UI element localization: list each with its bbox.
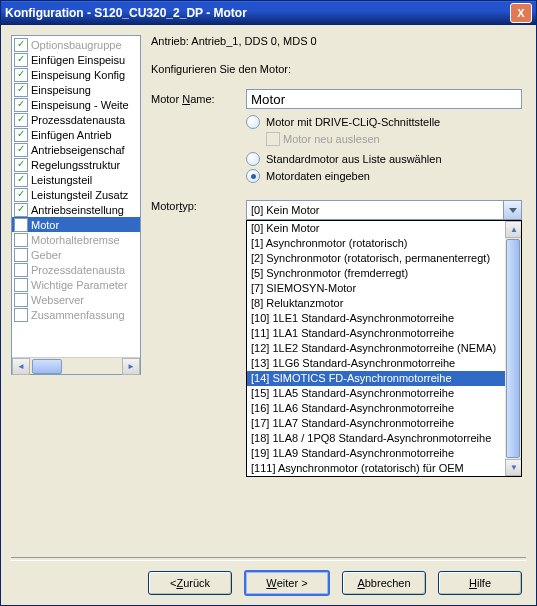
radio-motordaten-label: Motordaten eingeben — [266, 170, 370, 182]
tree-item-label: Wichtige Parameter — [31, 279, 128, 291]
close-button[interactable]: X — [510, 3, 532, 23]
tree-checkbox[interactable]: ✓ — [14, 128, 28, 142]
tree-checkbox[interactable]: ✓ — [14, 143, 28, 157]
configure-label: Konfigurieren Sie den Motor: — [151, 63, 522, 75]
tree-item[interactable]: ✓Regelungsstruktur — [12, 157, 140, 172]
dropdown-item[interactable]: [11] 1LA1 Standard-Asynchronmotorreihe — [247, 326, 505, 341]
tree-item-label: Prozessdatenausta — [31, 114, 125, 126]
tree-item-label: Einfügen Antrieb — [31, 129, 112, 141]
dropdown-item[interactable]: [16] 1LA6 Standard-Asynchronmotorreihe — [247, 401, 505, 416]
dropdown-item[interactable]: [5] Synchronmotor (fremderregt) — [247, 266, 505, 281]
motor-name-input[interactable] — [246, 89, 522, 109]
step-tree: ✓Optionsbaugruppe✓Einfügen Einspeisu✓Ein… — [11, 35, 141, 375]
tree-item[interactable]: ✓Prozessdatenausta — [12, 112, 140, 127]
tree-item[interactable]: ✓Leistungsteil Zusatz — [12, 187, 140, 202]
dropdown-scroll-thumb[interactable] — [506, 239, 520, 458]
scroll-down-button[interactable]: ▼ — [505, 459, 522, 476]
radio-motordaten[interactable] — [246, 169, 260, 183]
tree-item[interactable]: ✓Einspeisung - Weite — [12, 97, 140, 112]
tree-item[interactable]: Motor — [12, 217, 140, 232]
motortyp-combobox[interactable]: [0] Kein Motor — [246, 200, 522, 220]
motor-source-options: Motor mit DRIVE-CLiQ-Schnittstelle Motor… — [246, 115, 522, 186]
radio-motordaten-row[interactable]: Motordaten eingeben — [246, 169, 522, 183]
dropdown-item[interactable]: [7] SIEMOSYN-Motor — [247, 281, 505, 296]
tree-checkbox[interactable]: ✓ — [14, 83, 28, 97]
tree-item[interactable]: Wichtige Parameter — [12, 277, 140, 292]
tree-item-label: Einspeisung - Weite — [31, 99, 129, 111]
next-button[interactable]: Weiter > — [244, 570, 330, 596]
chevron-down-icon — [509, 208, 517, 213]
motortyp-label: Motortyp: — [151, 200, 246, 212]
radio-standard[interactable] — [246, 152, 260, 166]
tree-checkbox[interactable]: ✓ — [14, 113, 28, 127]
step-tree-list[interactable]: ✓Optionsbaugruppe✓Einfügen Einspeisu✓Ein… — [12, 36, 140, 357]
tree-checkbox[interactable] — [14, 308, 28, 322]
radio-standard-row[interactable]: Standardmotor aus Liste auswählen — [246, 152, 522, 166]
dropdown-item[interactable]: [18] 1LA8 / 1PQ8 Standard-Asynchronmotor… — [247, 431, 505, 446]
radio-drivecliq-row[interactable]: Motor mit DRIVE-CLiQ-Schnittstelle — [246, 115, 522, 129]
scroll-up-button[interactable]: ▲ — [505, 221, 522, 238]
combobox-dropdown-button[interactable] — [503, 201, 521, 219]
tree-item[interactable]: ✓Einfügen Antrieb — [12, 127, 140, 142]
tree-scrollbar[interactable]: ◄ ► — [12, 357, 140, 374]
dialog-body: ✓Optionsbaugruppe✓Einfügen Einspeisu✓Ein… — [1, 25, 536, 557]
tree-checkbox[interactable] — [14, 248, 28, 262]
tree-item[interactable]: ✓Optionsbaugruppe — [12, 37, 140, 52]
dropdown-item[interactable]: [10] 1LE1 Standard-Asynchronmotorreihe — [247, 311, 505, 326]
motortyp-selected-text: [0] Kein Motor — [247, 204, 503, 216]
dropdown-item[interactable]: [14] SIMOTICS FD-Asynchronmotorreihe — [247, 371, 505, 386]
tree-checkbox[interactable] — [14, 278, 28, 292]
checkbox-neu-auslesen — [266, 132, 280, 146]
tree-item[interactable]: ✓Leistungsteil — [12, 172, 140, 187]
dropdown-list[interactable]: [0] Kein Motor[1] Asynchronmotor (rotato… — [247, 221, 505, 476]
tree-item-label: Geber — [31, 249, 62, 261]
back-button[interactable]: < Zurück — [148, 571, 232, 595]
drive-header: Antrieb: Antrieb_1, DDS 0, MDS 0 — [151, 35, 522, 47]
tree-checkbox[interactable]: ✓ — [14, 188, 28, 202]
tree-item[interactable]: Motorhaltebremse — [12, 232, 140, 247]
dropdown-item[interactable]: [1] Asynchronmotor (rotatorisch) — [247, 236, 505, 251]
tree-item[interactable]: ✓Antriebseigenschaf — [12, 142, 140, 157]
dropdown-item[interactable]: [17] 1LA7 Standard-Asynchronmotorreihe — [247, 416, 505, 431]
tree-item[interactable]: ✓Antriebseinstellung — [12, 202, 140, 217]
scroll-thumb[interactable] — [32, 359, 62, 374]
cancel-button[interactable]: Abbrechen — [342, 571, 426, 595]
scroll-right-button[interactable]: ► — [122, 358, 140, 375]
radio-drivecliq-label: Motor mit DRIVE-CLiQ-Schnittstelle — [266, 116, 440, 128]
tree-item-label: Leistungsteil Zusatz — [31, 189, 128, 201]
tree-checkbox[interactable] — [14, 218, 28, 232]
dropdown-item[interactable]: [19] 1LA9 Standard-Asynchronmotorreihe — [247, 446, 505, 461]
tree-checkbox[interactable]: ✓ — [14, 203, 28, 217]
close-icon: X — [517, 7, 524, 19]
dropdown-item[interactable]: [2] Synchronmotor (rotatorisch, permanen… — [247, 251, 505, 266]
tree-item[interactable]: Geber — [12, 247, 140, 262]
help-button[interactable]: Hilfe — [438, 571, 522, 595]
tree-item[interactable]: ✓Einspeisung — [12, 82, 140, 97]
tree-item-label: Einspeisung Konfig — [31, 69, 125, 81]
tree-checkbox[interactable]: ✓ — [14, 98, 28, 112]
dropdown-item[interactable]: [0] Kein Motor — [247, 221, 505, 236]
dropdown-item[interactable]: [111] Asynchronmotor (rotatorisch) für O… — [247, 461, 505, 476]
tree-item[interactable]: ✓Einspeisung Konfig — [12, 67, 140, 82]
tree-item[interactable]: Webserver — [12, 292, 140, 307]
tree-item-label: Optionsbaugruppe — [31, 39, 122, 51]
tree-checkbox[interactable]: ✓ — [14, 38, 28, 52]
dropdown-item[interactable]: [8] Reluktanzmotor — [247, 296, 505, 311]
tree-checkbox[interactable] — [14, 233, 28, 247]
dropdown-item[interactable]: [15] 1LA5 Standard-Asynchronmotorreihe — [247, 386, 505, 401]
tree-checkbox[interactable]: ✓ — [14, 173, 28, 187]
dropdown-item[interactable]: [12] 1LE2 Standard-Asynchronmotorreihe (… — [247, 341, 505, 356]
tree-checkbox[interactable] — [14, 263, 28, 277]
tree-checkbox[interactable] — [14, 293, 28, 307]
motortyp-dropdown[interactable]: [0] Kein Motor[1] Asynchronmotor (rotato… — [246, 220, 522, 477]
radio-drivecliq[interactable] — [246, 115, 260, 129]
tree-checkbox[interactable]: ✓ — [14, 158, 28, 172]
scroll-left-button[interactable]: ◄ — [12, 358, 30, 375]
tree-item[interactable]: Prozessdatenausta — [12, 262, 140, 277]
dropdown-item[interactable]: [13] 1LG6 Standard-Asynchronmotorreihe — [247, 356, 505, 371]
tree-item[interactable]: ✓Einfügen Einspeisu — [12, 52, 140, 67]
tree-item[interactable]: Zusammenfassung — [12, 307, 140, 322]
tree-checkbox[interactable]: ✓ — [14, 53, 28, 67]
tree-checkbox[interactable]: ✓ — [14, 68, 28, 82]
dropdown-scrollbar[interactable]: ▲ ▼ — [505, 221, 521, 476]
